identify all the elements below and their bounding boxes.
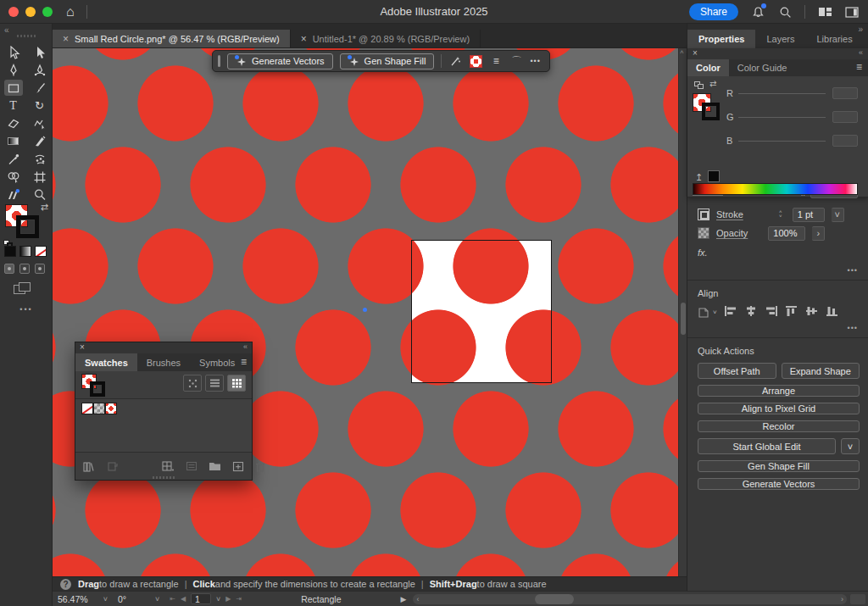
selection-tool[interactable] xyxy=(4,44,23,60)
tab-properties[interactable]: Properties xyxy=(687,30,755,48)
none-mode-button[interactable] xyxy=(35,246,47,257)
anchor-point[interactable] xyxy=(363,308,367,312)
expand-shape-button[interactable]: Expand Shape xyxy=(782,363,860,379)
stroke-swatch[interactable] xyxy=(702,103,720,120)
close-panel-icon[interactable]: × xyxy=(693,48,698,58)
artboard-dropdown-icon[interactable]: ˅ xyxy=(216,595,220,603)
scroll-right-icon[interactable]: › xyxy=(841,594,843,604)
close-panel-icon[interactable]: × xyxy=(80,342,85,352)
document-tab-active[interactable]: × Small Red Circle.png* @ 56.47 % (RGB/P… xyxy=(53,30,291,47)
effects-fx-label[interactable]: fx. xyxy=(698,247,860,258)
color-spectrum-bar[interactable] xyxy=(693,183,858,195)
vertical-scroll-thumb[interactable] xyxy=(681,303,686,335)
home-icon[interactable]: ⌂ xyxy=(66,5,75,19)
draw-behind-button[interactable] xyxy=(19,264,30,274)
notifications-bell-icon[interactable] xyxy=(750,4,765,19)
horizontal-scroll-thumb[interactable] xyxy=(535,594,574,604)
tab-color[interactable]: Color xyxy=(687,59,729,76)
swap-fill-stroke-icon[interactable]: ⇄ xyxy=(41,202,48,213)
curvature-tool[interactable] xyxy=(31,62,49,78)
next-artboard-icon[interactable]: ▶ xyxy=(225,595,231,603)
appearance-more-icon[interactable]: ••• xyxy=(848,266,858,275)
blue-slider[interactable] xyxy=(738,141,826,142)
generate-vectors-button[interactable]: Generate Vectors xyxy=(698,478,860,490)
artboard-number-field[interactable]: 1 xyxy=(191,593,211,604)
collapse-toolbar-icon[interactable]: « xyxy=(4,25,9,35)
edit-toolbar-icon[interactable]: ••• xyxy=(0,305,53,314)
color-mode-button[interactable] xyxy=(4,246,16,257)
artboard-tool[interactable] xyxy=(31,169,49,185)
align-left-icon[interactable] xyxy=(724,305,737,319)
gen-shape-fill-button[interactable]: Gen Shape Fill xyxy=(340,53,435,69)
rotation-dropdown[interactable]: 0° ˅ xyxy=(113,592,164,606)
green-slider[interactable] xyxy=(738,117,826,118)
green-value-field[interactable] xyxy=(832,111,858,123)
align-to-pixel-grid-button[interactable]: Align to Pixel Grid xyxy=(698,403,860,414)
direct-selection-tool[interactable] xyxy=(31,44,49,60)
search-icon[interactable] xyxy=(777,4,793,19)
align-bottom-icon[interactable] xyxy=(826,305,839,319)
swatch-libraries-icon[interactable] xyxy=(83,461,96,472)
show-swatch-kinds-icon[interactable] xyxy=(162,461,175,472)
minimize-window-button[interactable] xyxy=(25,7,36,17)
arc-icon[interactable]: ⌒ xyxy=(509,54,523,68)
red-value-field[interactable] xyxy=(832,87,858,99)
close-window-button[interactable] xyxy=(8,7,19,17)
zoom-tool[interactable] xyxy=(31,186,49,203)
previous-artboard-icon[interactable]: ◀ xyxy=(181,595,186,603)
draw-normal-button[interactable] xyxy=(4,264,14,274)
scroll-up-icon[interactable]: ˄ xyxy=(680,48,684,56)
swatch-kinds-icon[interactable] xyxy=(183,375,202,392)
stroke-label[interactable]: Stroke xyxy=(716,209,743,220)
align-top-icon[interactable] xyxy=(785,305,798,319)
global-edit-options-icon[interactable]: ˅ xyxy=(841,438,860,454)
vertical-scrollbar[interactable]: ˄ xyxy=(678,48,687,576)
new-color-group-icon[interactable] xyxy=(209,461,221,471)
recolor-button[interactable]: Recolor xyxy=(698,420,860,432)
swap-fill-stroke-icon[interactable]: ⇄ xyxy=(709,79,716,88)
gradient-tool[interactable] xyxy=(4,133,23,149)
fill-stroke-indicator[interactable] xyxy=(81,374,110,398)
align-to-selection-icon[interactable]: ˅ xyxy=(698,306,717,319)
tab-brushes[interactable]: Brushes xyxy=(137,353,190,371)
pattern-group-swatch[interactable] xyxy=(93,403,105,414)
rotate-tool[interactable]: ↻ xyxy=(31,97,49,114)
align-more-icon[interactable]: ••• xyxy=(848,324,858,332)
draw-inside-button[interactable] xyxy=(35,264,45,274)
align-right-icon[interactable] xyxy=(765,305,778,319)
stroke-weight-dropdown-icon[interactable]: ˅ xyxy=(832,208,844,222)
status-expand-icon[interactable]: ▶ xyxy=(400,595,406,603)
arrange-menu-icon[interactable]: ≡ xyxy=(489,54,503,68)
opacity-field[interactable]: 100% xyxy=(768,226,805,241)
shape-builder-tool[interactable] xyxy=(4,169,23,185)
eraser-tool[interactable] xyxy=(4,115,23,131)
tab-color-guide[interactable]: Color Guide xyxy=(729,59,796,76)
panel-menu-icon[interactable]: ≡ xyxy=(856,61,862,73)
first-artboard-icon[interactable]: ⇤ xyxy=(170,595,175,603)
taskbar-more-icon[interactable]: ••• xyxy=(530,57,540,65)
zoom-level-dropdown[interactable]: 56.47% ˅ xyxy=(53,592,113,606)
apply-color-icon[interactable]: ↥ xyxy=(695,172,703,183)
gradient-mode-button[interactable] xyxy=(19,246,31,257)
tab-libraries[interactable]: Libraries xyxy=(805,30,863,48)
paintbrush-tool[interactable] xyxy=(31,80,49,96)
panel-resize-grip[interactable] xyxy=(153,476,175,479)
red-dot-pattern-swatch[interactable] xyxy=(105,403,117,414)
scroll-left-icon[interactable]: ‹ xyxy=(416,594,419,604)
tab-symbols[interactable]: Symbols xyxy=(190,353,244,371)
tab-layers[interactable]: Layers xyxy=(755,30,805,48)
document-tab-inactive[interactable]: × Untitled-1* @ 20.89 % (RGB/Preview) xyxy=(291,30,481,47)
red-slider[interactable] xyxy=(738,93,826,94)
vectorize-wand-icon[interactable] xyxy=(448,54,462,68)
help-icon[interactable]: ? xyxy=(60,579,71,590)
blue-value-field[interactable] xyxy=(832,135,858,147)
last-color-swatch[interactable] xyxy=(708,170,720,182)
arrange-button[interactable]: Arrange xyxy=(698,385,860,397)
collapse-panel-icon[interactable]: « xyxy=(859,48,863,57)
panel-menu-icon[interactable]: ≡ xyxy=(241,356,247,368)
default-fill-stroke-icon[interactable] xyxy=(694,81,704,90)
align-horizontal-center-icon[interactable] xyxy=(744,305,758,319)
stroke-weight-field[interactable]: 1 pt xyxy=(793,208,825,222)
red-dot-pattern-layer[interactable] xyxy=(53,48,678,576)
panels-toggle-icon[interactable] xyxy=(844,4,860,19)
